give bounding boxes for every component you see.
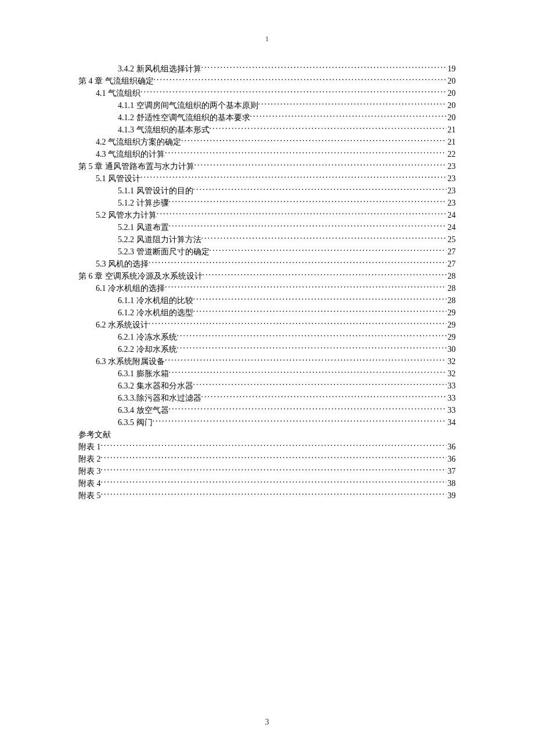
toc-entry: 5.2 风管水力计算24 xyxy=(78,209,456,221)
toc-leader-dots xyxy=(210,246,447,254)
toc-leader-dots xyxy=(165,283,446,291)
toc-label: 4.1.1 空调房间气流组织的两个基本原则 xyxy=(118,99,258,111)
toc-label: 附表 5 xyxy=(78,489,101,502)
toc-leader-dots xyxy=(101,490,447,498)
toc-page-number: 27 xyxy=(446,258,456,270)
toc-entry: 5.2.3 管道断面尺寸的确定27 xyxy=(78,246,456,258)
toc-leader-dots xyxy=(101,441,447,449)
toc-label: 6.1.2 冷水机组的选型 xyxy=(118,307,193,319)
toc-leader-dots xyxy=(210,124,447,132)
toc-page-number: 24 xyxy=(446,209,456,221)
toc-entry: 5.1 风管设计23 xyxy=(78,172,456,185)
toc-leader-dots xyxy=(165,356,446,364)
toc-entry: 3.4.2 新风机组选择计算19 xyxy=(78,63,456,75)
toc-page-number: 25 xyxy=(446,233,456,246)
toc-label: 6.2 水系统设计 xyxy=(96,319,149,331)
toc-leader-dots xyxy=(177,344,447,352)
toc-leader-dots xyxy=(169,222,447,230)
toc-page-number: 32 xyxy=(446,368,456,380)
toc-leader-dots xyxy=(193,307,447,315)
toc-page-number: 19 xyxy=(446,63,456,75)
toc-label: 第 4 章 气流组织确定 xyxy=(78,75,154,87)
toc-leader-dots xyxy=(149,258,446,267)
toc-leader-dots xyxy=(203,271,447,279)
toc-label: 4.1.2 舒适性空调气流组织的基本要求 xyxy=(118,111,250,124)
toc-label: 5.1.2 计算步骤 xyxy=(118,197,169,209)
toc-label: 6.1 冷水机组的选择 xyxy=(96,282,165,294)
toc-page-number: 28 xyxy=(446,294,456,307)
toc-label: 5.3 风机的选择 xyxy=(96,258,149,270)
page-number-top: 1 xyxy=(265,35,269,44)
toc-page-number: 39 xyxy=(446,489,456,502)
toc-page-number: 29 xyxy=(446,307,456,319)
toc-entry: 4.1.3 气流组织的基本形式21 xyxy=(78,124,456,136)
toc-leader-dots xyxy=(193,185,447,193)
toc-leader-dots xyxy=(140,88,446,96)
toc-entry: 6.1.2 冷水机组的选型29 xyxy=(78,307,456,319)
toc-entry: 附表 4 38 xyxy=(78,477,456,489)
page-number-bottom: 3 xyxy=(265,718,269,727)
toc-page-number: 37 xyxy=(446,465,456,477)
toc-leader-dots xyxy=(165,149,446,157)
toc-entry: 附表 2 36 xyxy=(78,453,456,465)
toc-entry: 4.1.2 舒适性空调气流组织的基本要求20 xyxy=(78,111,456,124)
toc-page-number: 21 xyxy=(446,136,456,148)
toc-entry: 第 6 章 空调系统冷源及水系统设计28 xyxy=(78,270,456,282)
toc-leader-dots xyxy=(157,210,446,218)
toc-page-number: 27 xyxy=(446,246,456,258)
toc-label: 6.3.1 膨胀水箱 xyxy=(118,368,169,380)
toc-entry: 6.2.2 冷却水系统30 xyxy=(78,343,456,355)
toc-page-number: 20 xyxy=(446,75,456,87)
toc-label: 附表 3 xyxy=(78,465,101,477)
toc-page-number: 20 xyxy=(446,111,456,124)
toc-page-number: 20 xyxy=(446,99,456,111)
toc-label: 6.1.1 冷水机组的比较 xyxy=(118,294,193,307)
toc-page-number: 23 xyxy=(446,185,456,197)
toc-page-number: 21 xyxy=(446,124,456,136)
toc-page-number: 22 xyxy=(446,148,456,160)
toc-page-number: 23 xyxy=(446,197,456,209)
toc-entry: 6.1 冷水机组的选择28 xyxy=(78,282,456,294)
toc-page-number: 29 xyxy=(446,331,456,343)
toc-page-number: 23 xyxy=(446,172,456,185)
toc-leader-dots xyxy=(154,75,447,84)
toc-page-number: 20 xyxy=(446,87,456,99)
toc-leader-dots xyxy=(201,393,447,401)
toc-entry: 附表 1 36 xyxy=(78,441,456,453)
toc-label: 5.2 风管水力计算 xyxy=(96,209,157,221)
toc-page-number: 29 xyxy=(446,319,456,331)
toc-entry: 附表 5 39 xyxy=(78,489,456,502)
toc-label: 附表 4 xyxy=(78,477,101,489)
toc-entry: 第 5 章 通风管路布置与水力计算23 xyxy=(78,160,456,172)
toc-page-number: 36 xyxy=(446,453,456,465)
toc-page-number: 30 xyxy=(446,343,456,355)
toc-label: 附表 2 xyxy=(78,453,101,465)
toc-entry: 5.3 风机的选择27 xyxy=(78,258,456,270)
toc-label: 3.4.2 新风机组选择计算 xyxy=(118,63,201,75)
toc-leader-dots xyxy=(111,429,454,437)
toc-entry: 4.1 气流组织20 xyxy=(78,87,456,99)
toc-label: 6.3.3.除污器和水过滤器 xyxy=(118,392,201,404)
toc-page-number: 32 xyxy=(446,355,456,368)
toc-leader-dots xyxy=(201,234,447,242)
toc-label: 6.2.2 冷却水系统 xyxy=(118,343,177,355)
toc-entry: 6.3.5 阀门34 xyxy=(78,416,456,429)
toc-leader-dots xyxy=(101,478,447,486)
toc-page-number: 23 xyxy=(446,160,456,172)
toc-entry: 6.1.1 冷水机组的比较28 xyxy=(78,294,456,307)
toc-page-number: 28 xyxy=(446,270,456,282)
toc-label: 4.2 气流组织方案的确定 xyxy=(96,136,181,148)
toc-leader-dots xyxy=(201,63,447,71)
toc-page-number: 38 xyxy=(446,477,456,489)
toc-page-number: 34 xyxy=(446,416,456,429)
toc-leader-dots xyxy=(149,319,446,327)
toc-label: 6.3.5 阀门 xyxy=(118,416,153,429)
toc-container: 3.4.2 新风机组选择计算19第 4 章 气流组织确定204.1 气流组织20… xyxy=(78,63,456,502)
toc-entry: 6.3.4 放空气器33 xyxy=(78,404,456,416)
toc-page-number: 24 xyxy=(446,221,456,233)
toc-leader-dots xyxy=(153,417,447,425)
toc-page-number: 28 xyxy=(446,282,456,294)
toc-entry: 第 4 章 气流组织确定20 xyxy=(78,75,456,87)
toc-entry: 6.3.3.除污器和水过滤器33 xyxy=(78,392,456,404)
toc-label: 5.2.1 风道布置 xyxy=(118,221,169,233)
